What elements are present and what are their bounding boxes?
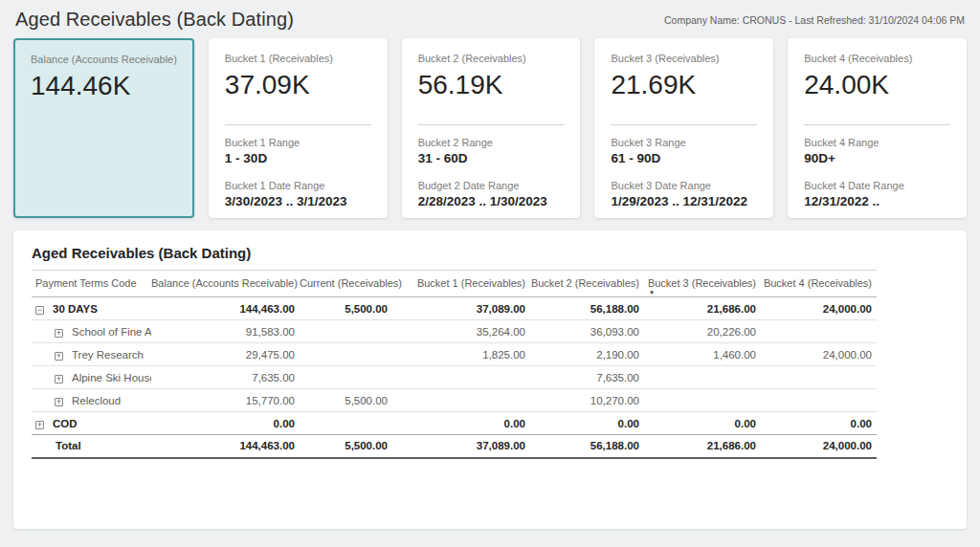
range-value: 31 - 60D xyxy=(418,150,565,166)
cell-bucket-3: 20,226.00 xyxy=(644,320,761,343)
card-label: Bucket 4 (Receivables) xyxy=(804,53,950,65)
column-header-balance[interactable]: Balance (Accounts Receivable) xyxy=(151,271,300,297)
cell-bucket-4: 24,000.00 xyxy=(761,435,877,458)
table-row-relecloud: +Relecloud 15,770.00 5,500.00 10,270.00 xyxy=(32,389,877,412)
column-header-bucket-4[interactable]: Bucket 4 (Receivables) xyxy=(761,271,877,297)
range-value: 90D+ xyxy=(804,150,950,166)
expand-icon[interactable]: + xyxy=(55,375,63,383)
cell-current: 5,500.00 xyxy=(300,435,392,458)
cell-balance: 0.00 xyxy=(151,412,300,435)
column-header-current[interactable]: Current (Receivables) xyxy=(300,271,392,297)
expand-icon[interactable]: + xyxy=(55,352,63,361)
cell-bucket-4: 24,000.00 xyxy=(761,343,877,366)
date-range-value: 12/31/2022 .. xyxy=(804,193,950,209)
date-range-label: Bucket 4 Date Range xyxy=(804,180,950,192)
card-bucket-2[interactable]: Bucket 2 (Receivables) 56.19K Bucket 2 R… xyxy=(402,38,581,218)
cell-current: 5,500.00 xyxy=(300,389,392,412)
column-header-bucket-3[interactable]: Bucket 3 (Receivables)▼ xyxy=(644,271,761,297)
date-range-value: 3/30/2023 .. 3/1/2023 xyxy=(225,193,371,209)
range-label: Bucket 1 Range xyxy=(225,137,371,149)
row-label: 30 DAYS xyxy=(53,303,98,315)
row-label: COD xyxy=(53,418,78,429)
card-divider xyxy=(611,124,757,125)
cell-bucket-1 xyxy=(392,366,530,389)
card-value: 56.19K xyxy=(418,69,565,101)
date-range-label: Budget 2 Date Range xyxy=(418,180,565,192)
card-value: 24.00K xyxy=(804,69,950,101)
cell-balance: 144,463.00 xyxy=(151,435,300,458)
table-row-alpine-ski-house: +Alpine Ski House 7,635.00 7,635.00 xyxy=(32,366,877,389)
cell-bucket-1: 0.00 xyxy=(392,412,530,435)
cell-bucket-4: 24,000.00 xyxy=(761,297,877,320)
kpi-cards-row: Balance (Accounts Receivable) 144.46K Bu… xyxy=(13,38,967,218)
cell-bucket-4 xyxy=(761,366,877,389)
card-bucket-4[interactable]: Bucket 4 (Receivables) 24.00K Bucket 4 R… xyxy=(788,38,967,218)
column-header-bucket-1[interactable]: Bucket 1 (Receivables) xyxy=(392,271,530,297)
cell-bucket-4 xyxy=(761,389,877,412)
card-value: 144.46K xyxy=(31,70,177,102)
card-bucket-1[interactable]: Bucket 1 (Receivables) 37.09K Bucket 1 R… xyxy=(209,38,388,218)
table-row-30-days: −30 DAYS 144,463.00 5,500.00 37,089.00 5… xyxy=(32,297,877,320)
row-label: Relecloud xyxy=(72,395,121,406)
expand-icon[interactable]: + xyxy=(55,329,63,338)
cell-bucket-2: 0.00 xyxy=(530,412,644,435)
cell-balance: 7,635.00 xyxy=(151,366,300,389)
card-divider xyxy=(418,124,565,125)
date-range-label: Bucket 1 Date Range xyxy=(225,180,371,192)
cell-bucket-2: 56,188.00 xyxy=(530,297,644,320)
cell-balance: 15,770.00 xyxy=(151,389,300,412)
cell-bucket-3: 1,460.00 xyxy=(644,343,761,366)
table-row-total: Total 144,463.00 5,500.00 37,089.00 56,1… xyxy=(32,435,877,458)
row-label: School of Fine Art xyxy=(72,326,151,338)
range-label: Bucket 4 Range xyxy=(804,137,950,149)
collapse-icon[interactable]: − xyxy=(35,306,44,315)
row-label: Trey Research xyxy=(72,349,144,361)
cell-bucket-2: 7,635.00 xyxy=(530,366,644,389)
card-label: Bucket 1 (Receivables) xyxy=(225,53,371,65)
cell-bucket-4 xyxy=(761,320,877,343)
row-label: Total xyxy=(56,440,81,451)
cell-current xyxy=(300,366,392,389)
card-label: Balance (Accounts Receivable) xyxy=(31,54,177,66)
cell-bucket-3 xyxy=(644,366,761,389)
cell-bucket-3: 21,686.00 xyxy=(644,435,761,458)
card-value: 21.69K xyxy=(611,69,757,101)
date-range-label: Bucket 3 Date Range xyxy=(611,180,757,192)
column-header-bucket-2[interactable]: Bucket 2 (Receivables) xyxy=(530,271,644,297)
card-label: Bucket 3 (Receivables) xyxy=(611,53,757,65)
table-row-school-of-fine-art: +School of Fine Art 91,583.00 35,264.00 … xyxy=(32,320,877,343)
cell-balance: 29,475.00 xyxy=(151,343,300,366)
cell-current xyxy=(300,320,392,343)
expand-icon[interactable]: + xyxy=(55,398,63,406)
card-bucket-3[interactable]: Bucket 3 (Receivables) 21.69K Bucket 3 R… xyxy=(594,38,773,218)
matrix-title: Aged Receivables (Back Dating) xyxy=(32,245,877,271)
row-label: Alpine Ski House xyxy=(72,372,151,383)
card-divider xyxy=(225,124,371,125)
cell-current xyxy=(300,343,392,366)
card-label: Bucket 2 (Receivables) xyxy=(418,53,565,65)
aged-receivables-matrix: Aged Receivables (Back Dating) Payment T… xyxy=(13,230,967,529)
cell-bucket-3: 21,686.00 xyxy=(644,297,761,320)
card-balance-accounts-receivable[interactable]: Balance (Accounts Receivable) 144.46K xyxy=(13,38,194,218)
cell-balance: 91,583.00 xyxy=(151,320,300,343)
company-refresh-status: Company Name: CRONUS - Last Refreshed: 3… xyxy=(664,9,965,26)
range-value: 61 - 90D xyxy=(611,150,757,166)
range-label: Bucket 3 Range xyxy=(611,137,757,149)
date-range-value: 1/29/2023 .. 12/31/2022 xyxy=(611,193,757,209)
cell-current xyxy=(300,412,392,435)
cell-bucket-3 xyxy=(644,389,761,412)
cell-balance: 144,463.00 xyxy=(151,297,300,320)
column-header-label: Bucket 3 (Receivables) xyxy=(648,277,756,289)
cell-bucket-1 xyxy=(392,389,530,412)
cell-bucket-1: 35,264.00 xyxy=(392,320,530,343)
cell-bucket-1: 37,089.00 xyxy=(392,435,530,458)
range-label: Bucket 2 Range xyxy=(418,137,565,149)
cell-bucket-2: 56,188.00 xyxy=(530,435,644,458)
expand-icon[interactable]: + xyxy=(35,421,44,429)
matrix-header-row: Payment Terms Code Balance (Accounts Rec… xyxy=(32,271,877,297)
date-range-value: 2/28/2023 .. 1/30/2023 xyxy=(418,193,565,209)
range-value: 1 - 30D xyxy=(225,150,371,166)
column-header-payment-terms-code[interactable]: Payment Terms Code xyxy=(32,271,151,297)
report-header: Aged Receivables (Back Dating) Company N… xyxy=(0,0,980,38)
table-row-trey-research: +Trey Research 29,475.00 1,825.00 2,190.… xyxy=(32,343,877,366)
